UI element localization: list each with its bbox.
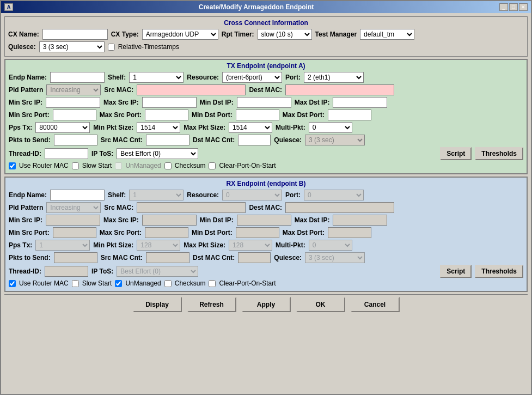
tx-ip-tos-select[interactable]: Best Effort (0) [117,148,198,159]
rx-row4: Min Src Port: 9 Max Src Port: 9 Min Dst … [9,227,523,238]
rx-multi-pkt-select[interactable]: 0 [309,240,352,251]
tx-row7: Thread-ID: 0 IP ToS: Best Effort (0) Scr… [9,147,523,160]
tx-min-src-ip-input[interactable]: 10.26.0.1 [46,97,100,108]
tx-checksum-label: Checksum [175,162,206,169]
tx-shelf-select[interactable]: 1 [129,72,184,83]
tx-slow-start-checkbox[interactable] [72,162,79,169]
refresh-button[interactable]: Refresh [187,297,236,312]
rx-checksum-checkbox[interactable] [164,280,172,287]
ok-button[interactable]: OK [296,297,345,312]
rx-quiesce-select[interactable]: 3 (3 sec) [305,252,365,263]
rx-min-dst-port-input[interactable]: 9 [236,227,279,238]
tx-max-src-ip-input[interactable]: 10.26.254.254 [142,97,197,108]
rx-src-mac-input[interactable]: DEFAULT [137,202,246,213]
minimize-button[interactable]: _ [499,3,508,11]
rx-slow-start-checkbox[interactable] [72,280,79,287]
rx-pld-pattern-select[interactable]: Increasing [46,202,101,213]
tx-quiesce-select[interactable]: 3 (3 sec) [305,135,365,145]
tx-thread-id-input[interactable]: 0 [45,148,88,159]
rx-endp-name-input[interactable]: macgen-B [50,190,105,200]
tx-max-src-port-input[interactable]: 9 [145,110,188,120]
tx-max-pkt-size-select[interactable]: 1514 [229,122,272,133]
rx-resource-select[interactable]: 0 [222,190,282,200]
tx-min-dst-port-input[interactable]: 9 [236,110,279,120]
rx-max-dst-port-label: Max Dst Port: [283,229,325,236]
rx-thresholds-button[interactable]: Thresholds [475,265,523,278]
tx-checkbox-row: Use Router MAC Slow Start UnManaged Chec… [9,162,523,169]
tx-max-dst-port-input[interactable]: 9 [328,110,371,120]
rx-dest-mac-input[interactable]: DEFAULT [285,202,394,213]
rx-checksum-label: Checksum [175,279,206,287]
cx-name-input[interactable]: macgen [42,29,108,40]
tx-dest-mac-input[interactable]: 00:0e:fa:12:bc:3a [285,84,394,95]
tx-resource-select[interactable]: (brent-6port) [222,72,282,83]
tx-max-dst-ip-input[interactable]: 10.27.254.254 [333,97,387,108]
rx-ip-tos-label: IP ToS: [91,268,113,275]
rx-use-router-mac-label: Use Router MAC [19,279,69,287]
tx-pld-pattern-select[interactable]: Increasing [46,84,101,95]
rx-min-pkt-size-select[interactable]: 128 [137,240,180,251]
rx-src-mac-cnt-input[interactable]: 0 [146,252,189,263]
rx-max-src-port-input[interactable]: 9 [145,227,188,238]
rx-clear-port-checkbox[interactable] [209,280,216,287]
tx-endp-name-input[interactable]: macgen-A [50,72,105,83]
rx-ip-tos-select[interactable]: Best Effort (0) [117,266,198,277]
rx-pkts-to-send-input[interactable]: 0 [54,252,97,263]
rx-pps-tx-select[interactable]: 1 [35,240,90,251]
rx-min-dst-ip-input[interactable]: DEFAULT [237,215,291,226]
test-manager-select[interactable]: default_tm [360,29,414,40]
tx-pld-pattern-label: Pld Pattern [9,86,43,94]
maximize-button[interactable]: □ [509,3,518,11]
cancel-button[interactable]: Cancel [351,297,400,312]
relative-timestamps-checkbox[interactable] [108,44,115,51]
rx-dst-mac-cnt-input[interactable]: 0 [238,252,271,263]
apply-button[interactable]: Apply [242,297,291,312]
rx-src-mac-label: Src MAC: [104,204,133,211]
rx-max-dst-port-input[interactable]: 9 [328,227,371,238]
rx-min-src-port-input[interactable]: 9 [53,227,96,238]
cx-type-select[interactable]: Armageddon UDP [142,29,218,40]
rx-row1: Endp Name: macgen-B Shelf: 1 Resource: 0… [9,190,523,200]
rx-script-button[interactable]: Script [440,265,472,278]
tx-min-src-port-input[interactable]: 9 [53,110,96,120]
tx-row2: Pld Pattern Increasing Src MAC: 00:01:00… [9,84,523,95]
rx-unmanaged-checkbox[interactable] [115,280,122,287]
rpt-timer-select[interactable]: slow (10 s) [258,29,312,40]
rx-src-mac-cnt-label: Src MAC Cnt: [101,254,143,262]
tx-src-mac-input[interactable]: 00:01:00:00:00:00 [137,84,246,95]
rx-clear-port-label: Clear-Port-On-Start [219,279,276,287]
rx-max-pkt-size-select[interactable]: 128 [229,240,272,251]
tx-multi-pkt-select[interactable]: 0 [309,122,352,133]
rx-port-select[interactable]: 0 [304,190,364,200]
tx-min-pkt-size-select[interactable]: 1514 [137,122,180,133]
rx-max-dst-ip-input[interactable]: DEFAULT [333,215,387,226]
tx-pkts-to-send-input[interactable]: 0 [54,135,97,145]
tx-min-dst-ip-input[interactable]: 10.27.0.1 [237,97,291,108]
tx-port-select[interactable]: 2 (eth1) [304,72,364,83]
rx-shelf-select[interactable]: 1 [129,190,184,200]
tx-thresholds-button[interactable]: Thresholds [475,147,523,160]
tx-checksum-checkbox[interactable] [164,162,172,169]
display-button[interactable]: Display [133,297,182,312]
tx-clear-port-checkbox[interactable] [209,162,216,169]
rx-use-router-mac-checkbox[interactable] [9,280,16,287]
cx-row1: CX Name: macgen CX Type: Armageddon UDP … [8,29,524,40]
rx-min-src-ip-input[interactable]: DEFAULT [46,215,100,226]
rx-thread-id-input[interactable]: 0 [45,266,88,277]
tx-section-title: TX Endpoint (endpoint A) [9,62,523,70]
tx-quiesce-label: Quiesce: [274,136,302,144]
tx-pps-tx-select[interactable]: 80000 [35,122,90,133]
rx-checkbox-row: Use Router MAC Slow Start UnManaged Chec… [9,279,523,287]
rx-min-dst-port-label: Min Dst Port: [192,229,233,236]
tx-row3: Min Src IP: 10.26.0.1 Max Src IP: 10.26.… [9,97,523,108]
quiesce-select[interactable]: 3 (3 sec) [39,41,105,52]
rx-max-src-ip-input[interactable]: DEFAULT [142,215,197,226]
tx-script-button[interactable]: Script [440,147,472,160]
tx-unmanaged-checkbox[interactable] [115,162,122,169]
tx-src-mac-cnt-input[interactable]: 65025 [146,135,189,145]
tx-use-router-mac-checkbox[interactable] [9,162,16,169]
tx-max-src-ip-label: Max Src IP: [103,99,139,106]
tx-clear-port-label: Clear-Port-On-Start [219,162,276,169]
tx-dst-mac-cnt-input[interactable]: 1 [238,135,271,145]
close-button[interactable]: ✕ [519,3,528,11]
